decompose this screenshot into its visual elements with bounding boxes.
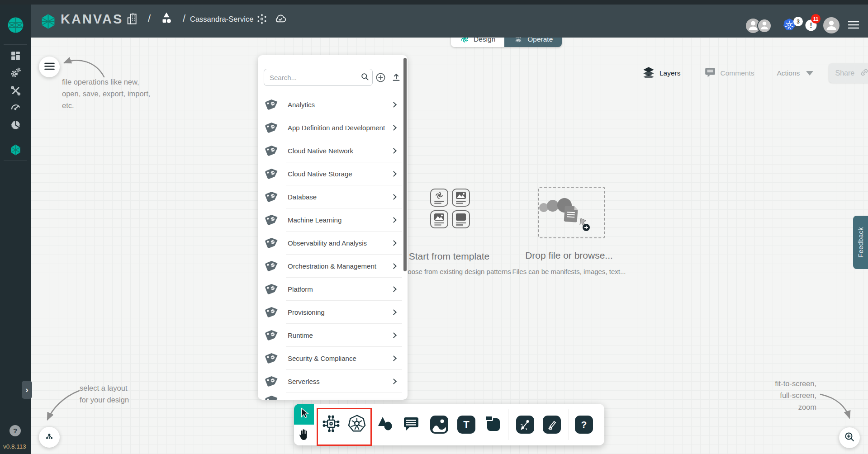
row-divider [286, 393, 402, 393]
note-tool[interactable] [484, 414, 503, 435]
design-mesh-icon[interactable] [256, 13, 268, 27]
actions-dropdown[interactable]: Actions [777, 69, 813, 77]
zoom-in-icon [844, 431, 855, 444]
layers-toggle[interactable]: Layers [642, 66, 681, 80]
image-tool[interactable] [430, 416, 448, 434]
category-row[interactable]: Serverless [258, 370, 408, 393]
kubernetes-count-badge: 3 [793, 17, 803, 26]
category-tag-icon-partial [263, 393, 280, 400]
expand-rail-button[interactable]: › [22, 381, 32, 399]
chevron-right-icon [391, 378, 397, 384]
layers-label: Layers [659, 69, 681, 77]
zoom-button[interactable] [839, 427, 860, 448]
cloud-native-storage-tag-icon [263, 166, 280, 182]
toolbox-icon[interactable] [10, 85, 21, 98]
share-button[interactable]: Share [829, 63, 868, 83]
chevron-right-icon: › [25, 385, 28, 395]
template-subtitle: Choose from existing design patterns [394, 268, 517, 275]
security-tag-icon [263, 350, 280, 367]
template-cards[interactable] [430, 189, 471, 231]
upload-icon[interactable] [391, 72, 401, 84]
observability-tag-icon [263, 235, 280, 251]
comments-icon [704, 67, 716, 80]
category-row[interactable]: Provisioning [258, 301, 408, 324]
version-label: v0.8.113 [3, 443, 26, 450]
toolbar-divider [508, 409, 508, 440]
add-circle-icon[interactable] [375, 72, 386, 85]
comments-label: Comments [721, 69, 754, 77]
layout-annotation: select a layout for your design [80, 382, 129, 406]
category-row[interactable]: Orchestration & Management [258, 255, 408, 278]
link-icon [860, 68, 868, 79]
runtime-tag-icon [263, 327, 280, 344]
layout-button[interactable] [39, 427, 60, 448]
chevron-right-icon [391, 240, 397, 246]
chevron-right-icon [391, 148, 397, 154]
category-row[interactable]: Machine Learning [258, 208, 408, 232]
category-row[interactable]: Cloud Native Network [258, 139, 408, 162]
pen-tool[interactable] [516, 416, 534, 434]
category-row[interactable]: Database [258, 185, 408, 208]
dropzone-subtitle: Files can be manifests, images, text... [508, 268, 630, 275]
search-box[interactable] [264, 69, 373, 86]
text-tool[interactable]: T [457, 416, 475, 434]
platform-tag-icon [263, 281, 280, 298]
category-row[interactable]: Cloud Native Storage [258, 162, 408, 185]
chevron-right-icon [391, 171, 397, 177]
left-rail: › ? v0.8.113 [0, 5, 31, 454]
kanvas-app: KANVAS / / Cassandra-Service [0, 0, 868, 454]
kanvas-hexagon-icon[interactable] [9, 144, 22, 158]
breadcrumb-separator: / [180, 13, 188, 24]
select-tool[interactable] [294, 404, 314, 425]
category-row[interactable]: Runtime [258, 324, 408, 347]
panel-scrollbar[interactable] [403, 58, 407, 271]
search-input[interactable] [269, 73, 360, 82]
hamburger-icon [44, 62, 55, 72]
chevron-right-icon [391, 309, 397, 315]
comments-toggle[interactable]: Comments [704, 67, 754, 80]
dropzone-title[interactable]: Drop file or browse... [503, 250, 635, 261]
shapes-tool[interactable] [376, 415, 394, 435]
avatar-group-icon[interactable] [745, 17, 777, 36]
chevron-right-icon [391, 102, 397, 108]
settings-gears-icon[interactable] [9, 66, 22, 80]
category-row[interactable]: Security & Compliance [258, 347, 408, 370]
hand-icon [299, 428, 309, 442]
svg-text:!: ! [810, 22, 812, 29]
menu-icon[interactable] [848, 21, 859, 31]
share-label: Share [835, 69, 854, 77]
workspace-shapes-icon[interactable] [159, 10, 174, 28]
organization-icon[interactable] [126, 11, 140, 28]
logo-sphere-icon[interactable] [7, 17, 24, 35]
rail-divider [4, 161, 27, 161]
file-menu-button[interactable] [39, 57, 60, 77]
extensions-pie-icon[interactable] [9, 119, 22, 133]
rail-divider [4, 139, 27, 139]
feedback-tab[interactable]: Feedback [853, 216, 868, 269]
layout-arrow [43, 385, 85, 425]
file-dropzone[interactable] [538, 187, 605, 238]
category-row[interactable]: Analytics [258, 93, 408, 116]
category-row[interactable]: Observability and Analysis [258, 232, 408, 255]
search-icon [360, 72, 369, 83]
help-button[interactable]: ? [9, 425, 21, 436]
help-tool[interactable]: ? [575, 416, 593, 434]
chevron-right-icon [391, 194, 397, 200]
comment-tool[interactable] [402, 415, 420, 435]
pan-tool[interactable] [294, 425, 314, 445]
bottom-toolbar: T ? [294, 404, 604, 445]
component-browser-panel: Analytics [258, 55, 408, 400]
dashboard-icon[interactable] [10, 50, 21, 63]
machine-learning-tag-icon [263, 212, 280, 228]
pencil-tool[interactable] [543, 416, 561, 434]
user-avatar-icon[interactable] [823, 17, 840, 36]
chevron-down-icon [806, 71, 813, 76]
category-row[interactable]: Platform [258, 278, 408, 301]
window-top-strip [0, 0, 868, 5]
toolbar-divider [569, 409, 569, 440]
chevron-right-icon [391, 263, 397, 269]
category-row[interactable]: App Definition and Development [258, 116, 408, 139]
tutorial-highlight-box [317, 408, 372, 446]
design-name[interactable]: Cassandra-Service [190, 15, 253, 24]
performance-gauge-icon[interactable] [9, 101, 22, 115]
